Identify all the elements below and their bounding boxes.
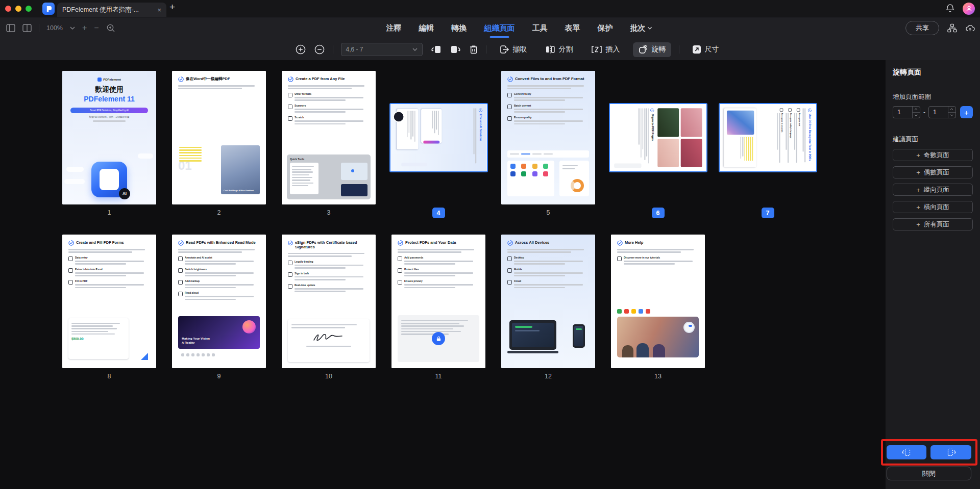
page-thumbnail-9[interactable]: Read PDFs with Enhanced Read Mode Annota… xyxy=(172,235,266,368)
thumbnail-row-1: PDFelement 歡迎使用 PDFelement 11 Smart PDF … xyxy=(62,71,815,218)
zoom-out-icon[interactable] xyxy=(314,44,325,55)
check-logo-icon xyxy=(479,108,483,112)
rotate-pages-sidebar: 旋轉頁面 增加頁面範圍 - + 建議頁面 +奇數頁面 +偶數頁面 xyxy=(885,60,980,489)
rotate-icon xyxy=(638,45,648,55)
check-logo-icon xyxy=(288,76,293,82)
new-tab-button[interactable]: + xyxy=(169,2,175,13)
check-logo-icon xyxy=(398,240,403,246)
page-range-dropdown[interactable]: 4,6 - 7 xyxy=(341,43,423,56)
add-landscape-pages-button[interactable]: +橫向頁面 xyxy=(893,201,973,213)
page-thumbnail-10[interactable]: eSign PDFs with Certificate-based Signat… xyxy=(282,235,376,368)
add-odd-pages-button[interactable]: +奇數頁面 xyxy=(893,149,973,161)
page-range-value: 4,6 - 7 xyxy=(346,46,412,53)
minimize-window-button[interactable] xyxy=(15,6,21,12)
page-number-12: 12 xyxy=(545,373,552,380)
zoom-in-step-button[interactable]: + xyxy=(82,24,87,32)
rotate-page-left-icon[interactable] xyxy=(430,44,442,55)
page-number-badge-7: 7 xyxy=(762,208,774,218)
zoom-out-step-button[interactable]: − xyxy=(94,24,99,32)
tab-protect[interactable]: 保护 xyxy=(598,23,613,33)
tab-edit[interactable]: 編輯 xyxy=(419,23,434,33)
page-range-label: 增加頁面範圍 xyxy=(893,93,973,101)
share-tree-icon[interactable] xyxy=(947,23,957,33)
bell-icon[interactable] xyxy=(946,4,954,13)
page-thumbnail-6[interactable]: Organize PDF Pages xyxy=(609,103,707,172)
two-page-view-icon[interactable] xyxy=(22,24,32,32)
check-logo-icon xyxy=(617,240,623,246)
tab-organize-pages[interactable]: 組織頁面 xyxy=(484,23,515,33)
divider xyxy=(679,45,679,54)
zoom-in-icon[interactable] xyxy=(295,44,306,55)
cloud-upload-icon[interactable] xyxy=(965,24,975,32)
share-button[interactable]: 共享 xyxy=(905,21,939,35)
add-even-pages-button[interactable]: +偶數頁面 xyxy=(893,166,973,178)
size-button[interactable]: 尺寸 xyxy=(687,42,724,57)
close-window-button[interactable] xyxy=(5,6,11,12)
add-range-button[interactable]: + xyxy=(960,106,973,118)
page-art: Protect PDFs and Your Data Add passwords… xyxy=(391,235,485,368)
tab-forms[interactable]: 表單 xyxy=(565,23,580,33)
page-thumbnail-7[interactable]: Use OCR to Recognize Text in PDFs Recogn… xyxy=(719,103,817,172)
rotate-button[interactable]: 旋轉 xyxy=(633,42,671,57)
close-panel-button[interactable]: 關閉 xyxy=(887,467,971,480)
tab-annotate[interactable]: 注釋 xyxy=(386,23,402,33)
rotate-left-icon xyxy=(901,448,912,457)
page-thumbnail-2[interactable]: 像在Word中一樣編輯PDF 01 Cool Buildings A Nice … xyxy=(172,71,266,204)
divider xyxy=(333,45,333,54)
page-title: Convert Files to and from PDF Format xyxy=(515,76,584,81)
range-to-stepper[interactable] xyxy=(948,107,955,118)
insert-button[interactable]: 插入 xyxy=(586,42,625,57)
page-cell-8: Create and Fill PDF Forms Data entryExtr… xyxy=(62,235,156,380)
page-thumbnail-5[interactable]: Convert Files to and from PDF Format Con… xyxy=(501,71,595,204)
page-thumbnail-8[interactable]: Create and Fill PDF Forms Data entryExtr… xyxy=(62,235,156,368)
add-all-pages-button[interactable]: +所有頁面 xyxy=(893,218,973,230)
add-portrait-pages-button[interactable]: +縱向頁面 xyxy=(893,184,973,196)
page-title: 像在Word中一樣編輯PDF xyxy=(186,76,230,81)
document-tab[interactable]: PDFelement 使用者指南-... × xyxy=(57,3,166,17)
page-thumbnail-4[interactable]: Efficient AI Solutions xyxy=(389,103,488,172)
chevron-down-icon[interactable] xyxy=(70,27,75,30)
page-title: Protect PDFs and Your Data xyxy=(405,240,456,245)
trash-icon[interactable] xyxy=(469,44,478,55)
zoom-window-button[interactable] xyxy=(26,6,32,12)
range-from-stepper[interactable] xyxy=(912,107,920,118)
tab-convert[interactable]: 轉換 xyxy=(452,23,467,33)
page-art: Use OCR to Recognize Text in PDFs Recogn… xyxy=(720,104,816,172)
page-art: eSign PDFs with Certificate-based Signat… xyxy=(282,235,376,368)
fit-zoom-icon[interactable] xyxy=(106,23,115,33)
stepper-up-icon[interactable] xyxy=(913,107,920,113)
page-thumbnail-12[interactable]: Across All Devices DesktopMobileCloud xyxy=(501,235,595,368)
page-cell-13: More Help Discover more in our tutorials… xyxy=(611,235,705,380)
insert-icon xyxy=(591,45,602,54)
page-cell-10: eSign PDFs with Certificate-based Signat… xyxy=(282,235,376,380)
page-art: PDFelement 歡迎使用 PDFelement 11 Smart PDF … xyxy=(62,71,156,204)
page-number-13: 13 xyxy=(654,373,662,380)
rotate-left-button[interactable] xyxy=(887,445,926,459)
close-tab-icon[interactable]: × xyxy=(157,6,161,14)
stepper-up-icon[interactable] xyxy=(948,107,955,113)
tab-batch[interactable]: 批次 xyxy=(630,23,652,33)
avatar[interactable] xyxy=(963,3,975,15)
panel-left-icon[interactable] xyxy=(6,24,15,32)
page-number-8: 8 xyxy=(108,373,111,380)
zoom-level-value[interactable]: 100% xyxy=(46,24,63,32)
range-from-input[interactable] xyxy=(893,106,920,118)
stepper-down-icon[interactable] xyxy=(913,113,920,118)
page-thumbnail-13[interactable]: More Help Discover more in our tutorials xyxy=(611,235,705,368)
split-icon xyxy=(545,45,555,54)
page-cell-11: Protect PDFs and Your Data Add passwords… xyxy=(391,235,485,380)
stepper-down-icon[interactable] xyxy=(948,113,955,118)
page-title: 歡迎使用 xyxy=(68,85,150,94)
page-thumbnail-1[interactable]: PDFelement 歡迎使用 PDFelement 11 Smart PDF … xyxy=(62,71,156,204)
extract-button[interactable]: 擷取 xyxy=(494,42,532,57)
range-to-input[interactable] xyxy=(928,106,956,118)
rotate-page-right-icon[interactable] xyxy=(450,44,461,55)
page-number-9: 9 xyxy=(217,373,221,380)
page-number-badge-4: 4 xyxy=(432,208,445,218)
rotate-right-button[interactable] xyxy=(930,445,971,459)
tab-tools[interactable]: 工具 xyxy=(532,23,548,33)
page-thumbnail-3[interactable]: Create a PDF from Any File Other formats… xyxy=(282,71,376,204)
split-button[interactable]: 分割 xyxy=(540,42,578,57)
check-logo-icon xyxy=(507,240,513,246)
page-thumbnail-11[interactable]: Protect PDFs and Your Data Add passwords… xyxy=(391,235,485,368)
